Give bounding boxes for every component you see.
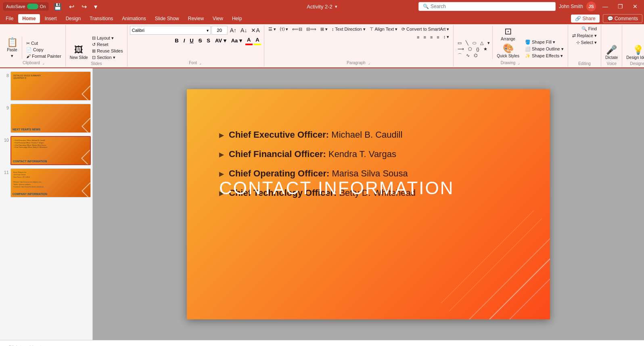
font-expand[interactable]: ⌟	[199, 60, 202, 66]
new-slide-button[interactable]: 🖼 New Slide	[68, 44, 90, 61]
menu-design[interactable]: Design	[62, 14, 85, 23]
shape-curve-button[interactable]: ∿	[464, 52, 471, 59]
slide-thumb-11[interactable]: 11 Acme Widgets Inc.123 Porter StreetNew…	[2, 168, 91, 197]
character-spacing-button[interactable]: AV ▾	[213, 37, 228, 44]
shape-effects-button[interactable]: ✨ Shape Effects ▾	[523, 53, 565, 59]
redo-button[interactable]: ↪	[79, 2, 89, 11]
change-case-button[interactable]: Aa ▾	[229, 37, 244, 44]
shape-star-button[interactable]: ★	[482, 46, 489, 52]
autosave-button[interactable]: AutoSave On	[3, 2, 48, 10]
autosave-toggle[interactable]	[27, 4, 38, 9]
menu-home[interactable]: Home	[18, 14, 40, 23]
slide-thumb-8[interactable]: 8 DETAILED SALES SUMMARY(QUARTER 4)	[2, 71, 91, 101]
shape-arrow-button[interactable]: ⟶	[456, 46, 466, 52]
layout-button[interactable]: ⊟ Layout ▾	[90, 35, 125, 41]
quick-styles-button[interactable]: 🎨 Quick Styles	[495, 43, 521, 59]
slide-thumb-9[interactable]: 9 NEXT YEAR'S NEWS	[2, 104, 91, 133]
font-size-down-button[interactable]: A↓	[239, 27, 249, 34]
italic-button[interactable]: I	[182, 37, 187, 44]
align-center-button[interactable]: ≡	[422, 34, 427, 40]
indent-increase-button[interactable]: ⊟⟹	[305, 26, 318, 32]
align-right-button[interactable]: ≡	[429, 34, 434, 40]
dictate-button[interactable]: 🎤 Dictate	[604, 44, 619, 61]
arrange-button[interactable]: ⊡ Arrange	[495, 26, 521, 42]
section-button[interactable]: ⊡ Section ▾	[90, 55, 125, 61]
slide-img-9[interactable]: NEXT YEAR'S NEWS	[10, 104, 91, 133]
shapes-more-button[interactable]: ▾	[486, 40, 491, 46]
shape-brace-button[interactable]: ⌬	[472, 52, 479, 59]
format-painter-button[interactable]: 🖌 Format Painter	[25, 53, 63, 59]
menu-review[interactable]: Review	[184, 14, 208, 23]
align-left-button[interactable]: ≡	[415, 34, 421, 40]
justify-button[interactable]: ≡	[435, 34, 441, 40]
menu-slideshow[interactable]: Slide Show	[151, 14, 183, 23]
font-size-box[interactable]: 20	[211, 26, 228, 35]
file-name-dropdown[interactable]: ▾	[335, 4, 337, 9]
smartart-button[interactable]: ⟳ Convert to SmartArt ▾	[400, 26, 451, 32]
numbering-button[interactable]: ⑴ ▾	[278, 26, 290, 33]
bold-button[interactable]: B	[173, 37, 180, 44]
line-spacing-button[interactable]: ↕ ▾	[442, 34, 451, 40]
menu-insert[interactable]: Insert	[41, 14, 61, 23]
bullets-button[interactable]: ☰ ▾	[267, 26, 278, 32]
highlight-button[interactable]: A	[253, 36, 261, 44]
restore-button[interactable]: ❐	[615, 2, 626, 10]
strikethrough-button[interactable]: S	[197, 37, 204, 44]
slide-thumb-10[interactable]: 10 • Chief Executive Officer: Michael B.…	[2, 136, 91, 165]
reuse-slides-button[interactable]: ⊞ Reuse Slides	[90, 48, 125, 54]
menu-animations[interactable]: Animations	[118, 14, 150, 23]
menu-transitions[interactable]: Transitions	[86, 14, 117, 23]
replace-button[interactable]: ⇄ Replace ▾	[571, 33, 598, 39]
search-input[interactable]	[431, 4, 551, 9]
shadow-button[interactable]: S	[205, 37, 212, 44]
shape-other-button[interactable]: △	[479, 40, 485, 46]
slide-img-11[interactable]: Acme Widgets Inc.123 Porter StreetNew Ha…	[10, 168, 91, 197]
underline-button[interactable]: U	[188, 37, 195, 44]
indent-decrease-button[interactable]: ⟸⊟	[291, 26, 304, 32]
font-name-dropdown[interactable]: ▾	[207, 28, 209, 33]
menu-view[interactable]: View	[209, 14, 227, 23]
font-color-button[interactable]: A	[245, 36, 253, 44]
text-direction-button[interactable]: ↕ Text Direction ▾	[330, 26, 367, 32]
save-button[interactable]: 💾	[52, 2, 64, 11]
undo-button[interactable]: ↩	[67, 2, 76, 11]
shape-oval-button[interactable]: ⬭	[471, 40, 478, 46]
shape-fill-button[interactable]: 🪣 Shape Fill ▾	[523, 39, 565, 45]
select-button[interactable]: ⊹ Select ▾	[575, 40, 599, 46]
align-text-button[interactable]: ⊤ Align Text ▾	[368, 26, 399, 32]
slide-img-10[interactable]: • Chief Executive Officer: Michael B. Ca…	[10, 136, 91, 165]
font-name-box[interactable]: Calibri ▾	[130, 26, 211, 35]
reset-button[interactable]: ↺ Reset	[90, 42, 125, 48]
font-size-up-button[interactable]: A↑	[228, 27, 238, 34]
paste-button[interactable]: 📋 Paste	[5, 37, 19, 53]
bullet-item-ceo: ▶ Chief Executive Officer: Michael B. Ca…	[219, 130, 518, 140]
paragraph-expand[interactable]: ⌟	[367, 60, 371, 66]
find-button[interactable]: 🔍 Find	[580, 26, 598, 32]
shape-rect-button[interactable]: ▭	[456, 40, 463, 46]
clipboard-expand[interactable]: ⌟	[42, 60, 45, 66]
menu-help[interactable]: Help	[228, 14, 246, 23]
slide-img-8[interactable]: DETAILED SALES SUMMARY(QUARTER 4)	[10, 71, 91, 101]
shape-outline-button[interactable]: ⬜ Shape Outline ▾	[523, 46, 565, 52]
design-ideas-button[interactable]: 💡 Design Ideas	[625, 44, 644, 61]
slide-deco-9	[82, 118, 91, 133]
shape-line-button[interactable]: ╲	[464, 40, 470, 46]
paste-dropdown[interactable]: ▾	[9, 53, 15, 59]
close-button[interactable]: ✕	[629, 2, 641, 10]
customize-button[interactable]: ▾	[92, 2, 99, 11]
shape-pentagon-button[interactable]: ⬠	[466, 46, 474, 52]
menu-file[interactable]: File	[2, 14, 17, 23]
clear-format-button[interactable]: ✕A	[249, 27, 261, 34]
minimize-button[interactable]: —	[599, 2, 611, 10]
notes-bar[interactable]: Click to add notes	[0, 340, 644, 346]
shape-bracket-button[interactable]: {}	[475, 46, 481, 52]
search-bar[interactable]: 🔍	[418, 2, 556, 11]
copy-button[interactable]: 📄 Copy	[25, 47, 63, 53]
share-button[interactable]: 🔗 Share	[571, 15, 599, 23]
slide-canvas[interactable]: ▶ Chief Executive Officer: Michael B. Ca…	[187, 89, 550, 319]
columns-button[interactable]: ⊞ ▾	[319, 26, 329, 32]
comments-button[interactable]: 💬 Comments	[603, 14, 642, 23]
shape-arc-button[interactable]: ⌒	[456, 52, 464, 59]
drawing-expand[interactable]: ⌟	[517, 60, 521, 66]
cut-button[interactable]: ✂ Cut	[25, 40, 63, 46]
